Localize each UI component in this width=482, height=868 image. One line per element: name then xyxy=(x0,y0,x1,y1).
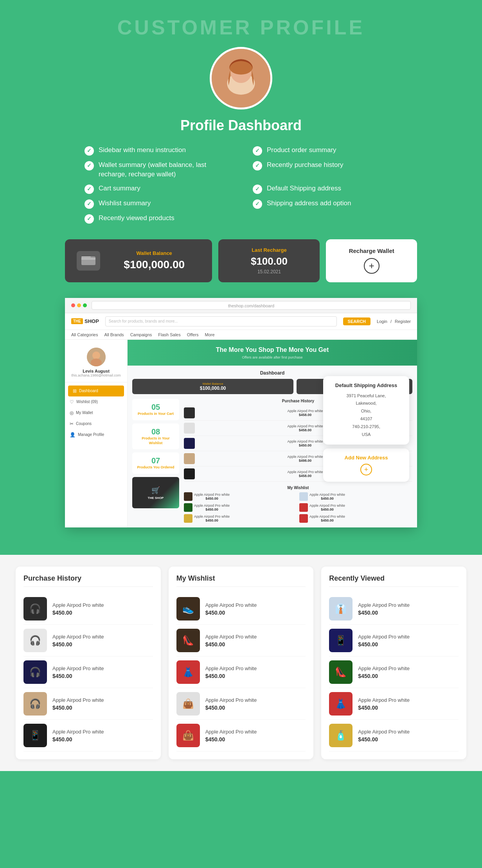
wl-thumb-5: 👜 xyxy=(176,724,200,747)
check-icon-3 xyxy=(85,185,94,194)
sidebar-menu-dashboard[interactable]: ⊞ Dashboard xyxy=(68,386,124,396)
page-title: CUSTOMER PROFILE xyxy=(31,16,451,39)
recently-viewed-title: Recently Viewed xyxy=(329,574,459,587)
sidebar-menu-wallet[interactable]: ◎ My Wallet xyxy=(65,407,127,418)
check-icon-7 xyxy=(253,185,262,194)
browser-url[interactable]: theshop.com/dashboard xyxy=(92,301,411,310)
rv-thumb-1: 👔 xyxy=(329,597,353,621)
dashboard-title: Profile Dashboard xyxy=(31,117,451,134)
ph-thumb-1: 🎧 xyxy=(23,597,47,621)
dot-red[interactable] xyxy=(71,303,75,307)
dashboard-mockup: theshop.com/dashboard THE SHOP Search fo… xyxy=(65,298,417,528)
mockup-hero: The More You Shop The More You Get Offer… xyxy=(128,340,417,366)
wishlist-title: My Wishlist xyxy=(184,486,412,490)
ph-item-4: 🎧 Apple Airpod Pro white $450.00 xyxy=(23,688,153,720)
last-recharge-label: Last Recharge xyxy=(228,247,310,253)
shop-image: 🛒 THE SHOP xyxy=(132,477,179,508)
wl-item-2: 👠 Apple Airpod Pro white $450.00 xyxy=(176,625,306,656)
dot-green[interactable] xyxy=(83,303,87,307)
wishlist-card: My Wishlist 👟 Apple Airpod Pro white $45… xyxy=(169,567,314,759)
nav-all-brands[interactable]: All Brands xyxy=(104,332,124,337)
add-address-label: Add New Address xyxy=(329,455,403,461)
last-recharge-amount: $100.00 xyxy=(228,255,310,267)
recharge-wallet-label: Recharge Wallet xyxy=(349,247,394,254)
purchase-thumb-1 xyxy=(184,407,195,418)
browser-dots xyxy=(71,303,87,307)
feature-sidebar: Sidebar with menu instruction xyxy=(85,145,229,156)
avatar xyxy=(210,47,272,109)
check-icon-6 xyxy=(253,161,262,170)
sidebar-menu-coupons[interactable]: ✂ Coupons xyxy=(65,418,127,429)
dot-yellow[interactable] xyxy=(77,303,81,307)
shop-logo: THE SHOP xyxy=(71,318,99,324)
profile-icon: 👤 xyxy=(70,432,76,438)
nav-offers[interactable]: Offers xyxy=(187,332,199,337)
wishlist-thumb-1 xyxy=(184,492,192,501)
sidebar-user-name: Levis August xyxy=(70,369,122,373)
recently-viewed-card: Recently Viewed 👔 Apple Airpod Pro white… xyxy=(321,567,466,759)
header-section: CUSTOMER PROFILE Profile Dashboard Sideb… xyxy=(0,0,482,555)
wishlist-thumb-6 xyxy=(299,514,308,523)
feature-shipping: Default Shipping address xyxy=(253,184,397,194)
rv-thumb-5: 🧴 xyxy=(329,724,353,747)
mockup-search-button[interactable]: SEARCH xyxy=(343,317,370,325)
rv-item-3: 👠 Apple Airpod Pro white $450.00 xyxy=(329,656,459,688)
shop-logo-text: SHOP xyxy=(85,318,99,324)
ph-thumb-3: 🎧 xyxy=(23,660,47,684)
features-grid: Sidebar with menu instruction Product or… xyxy=(85,145,397,224)
recharge-plus-icon: + xyxy=(364,258,379,274)
recharge-wallet-card[interactable]: Recharge Wallet + xyxy=(326,239,417,282)
sidebar-menu-wishlist[interactable]: ♡ Wishlist (09) xyxy=(65,396,127,407)
sidebar-user: Levis August this.achana.1986@hotmail.co… xyxy=(65,344,127,382)
check-icon-5 xyxy=(253,146,262,156)
mockup-user-links: Login / Register xyxy=(377,319,411,324)
sidebar-user-email: this.achana.1986@hotmail.com xyxy=(70,373,122,377)
add-address-box[interactable]: Add New Address + xyxy=(323,448,409,482)
wishlist-thumb-5 xyxy=(184,514,192,523)
mockup-header: THE SHOP Search for products, brands and… xyxy=(65,313,417,330)
wishlist-item-3: Apple Airpod Pro white$450.00 xyxy=(184,503,297,512)
rv-item-1: 👔 Apple Airpod Pro white $450.00 xyxy=(329,593,459,625)
shipping-popup-address: 3971 Peaceful Lane, Lakewood, Ohio, 4410… xyxy=(329,392,403,439)
nav-all-categories[interactable]: All Categories xyxy=(71,332,98,337)
coupons-icon: ✂ xyxy=(70,421,74,427)
feature-add-address: Shipping address add option xyxy=(253,199,397,209)
wl-item-1: 👟 Apple Airpod Pro white $450.00 xyxy=(176,593,306,625)
nav-campaigns[interactable]: Campaigns xyxy=(130,332,152,337)
wl-item-3: 👗 Apple Airpod Pro white $450.00 xyxy=(176,656,306,688)
svg-point-9 xyxy=(91,359,102,366)
rv-thumb-4: 👗 xyxy=(329,692,353,716)
nav-more[interactable]: More xyxy=(205,332,215,337)
shipping-popup-title: Default Shipping Address xyxy=(329,382,403,388)
wl-thumb-3: 👗 xyxy=(176,660,200,684)
feature-recently: Recently viewed products xyxy=(85,213,229,224)
wallet-balance-label: Wallet Balance xyxy=(108,250,200,256)
feature-wishlist: Wishlist summary xyxy=(85,199,229,209)
wishlist-item-1: Apple Airpod Pro white$450.00 xyxy=(184,492,297,501)
wishlist-item-6: Apple Airpod Pro white$450.00 xyxy=(299,514,412,523)
nav-flash-sales[interactable]: Flash Sales xyxy=(158,332,180,337)
purchase-thumb-2 xyxy=(184,423,195,434)
wl-item-4: 👜 Apple Airpod Pro white $450.00 xyxy=(176,688,306,720)
wallet-icon xyxy=(77,251,100,271)
mockup-wallet-val: $100,000.00 xyxy=(137,386,289,391)
ph-thumb-4: 🎧 xyxy=(23,692,47,716)
browser-bar: theshop.com/dashboard xyxy=(65,298,417,313)
rv-item-5: 🧴 Apple Airpod Pro white $450.00 xyxy=(329,720,459,751)
mockup-stats-col: 05 Products in Your Cart 08 Products in … xyxy=(132,399,179,523)
rv-item-4: 👗 Apple Airpod Pro white $450.00 xyxy=(329,688,459,720)
feature-cart: Cart summary xyxy=(85,184,229,194)
wallet-section: Wallet Balance $100,000.00 Last Recharge… xyxy=(65,239,417,282)
mockup-search-input[interactable]: Search for products, brands and more... xyxy=(105,316,337,326)
wallet-info: Wallet Balance $100,000.00 xyxy=(108,250,200,271)
rv-thumb-2: 📱 xyxy=(329,629,353,652)
check-icon-8 xyxy=(253,199,262,209)
mockup-sidebar: Levis August this.achana.1986@hotmail.co… xyxy=(65,340,128,528)
sidebar-menu-profile[interactable]: 👤 Manage Profile xyxy=(65,429,127,440)
ph-thumb-5: 📱 xyxy=(23,724,47,747)
ph-item-2: 🎧 Apple Airpod Pro white $450.00 xyxy=(23,625,153,656)
stat-ordered: 07 Products You Ordered xyxy=(132,452,179,474)
check-icon-1 xyxy=(85,146,94,156)
wishlist-item-4: Apple Airpod Pro white$450.00 xyxy=(299,503,412,512)
wallet-balance-amount: $100,000.00 xyxy=(108,258,200,271)
